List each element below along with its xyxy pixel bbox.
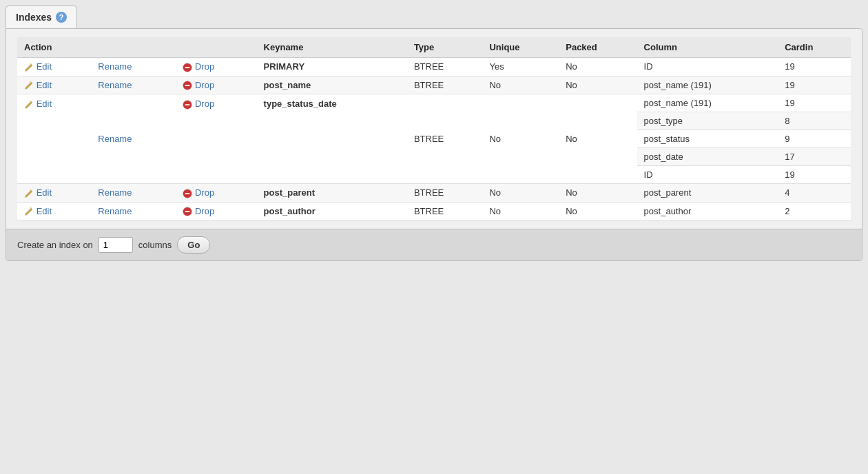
rename-link[interactable]: Rename: [98, 61, 132, 72]
edit-link[interactable]: Edit: [37, 206, 52, 216]
svg-rect-14: [185, 211, 190, 212]
drop-icon: [183, 63, 192, 72]
drop-link[interactable]: Drop: [195, 80, 214, 90]
col-packed: Packed: [559, 37, 637, 58]
rename-cell: Rename: [91, 94, 176, 184]
rename-cell: Rename: [91, 202, 176, 220]
type-cell: BTREE: [407, 58, 483, 76]
rename-link[interactable]: Rename: [98, 206, 132, 216]
cardinality-cell: 4: [778, 184, 851, 203]
drop-link[interactable]: Drop: [195, 187, 214, 198]
packed-cell: No: [559, 202, 637, 220]
column-cell: post_status: [637, 130, 778, 148]
packed-cell: No: [559, 94, 637, 184]
keyname-cell: post_parent: [257, 184, 407, 203]
drop-cell: Drop: [176, 58, 256, 76]
table-row: Edit Rename Drop post_name: [17, 76, 851, 94]
cardinality-cell: 8: [778, 112, 851, 130]
type-cell: BTREE: [407, 202, 483, 220]
edit-icon: [24, 100, 34, 110]
svg-rect-2: [185, 67, 190, 68]
rename-link[interactable]: Rename: [98, 134, 132, 144]
table-row: Edit Rename Drop post_parent: [17, 184, 851, 203]
drop-link[interactable]: Drop: [195, 99, 214, 109]
cardinality-cell: 17: [778, 148, 851, 166]
svg-rect-11: [185, 193, 190, 194]
drop-icon: [183, 81, 192, 90]
create-index-label: Create an index on: [17, 240, 93, 250]
columns-label: columns: [138, 240, 172, 250]
edit-link[interactable]: Edit: [37, 99, 52, 109]
tab-label: Indexes: [16, 12, 52, 23]
unique-cell: Yes: [482, 58, 559, 76]
type-cell: BTREE: [407, 76, 483, 94]
drop-icon: [183, 100, 192, 110]
type-cell: BTREE: [407, 94, 483, 184]
edit-link[interactable]: Edit: [37, 61, 52, 72]
drop-link[interactable]: Drop: [195, 206, 214, 216]
keyname-cell: post_name: [257, 76, 407, 94]
unique-cell: No: [482, 202, 559, 220]
drop-cell: Drop: [176, 94, 256, 184]
edit-link[interactable]: Edit: [37, 80, 52, 90]
column-cell: post_author: [637, 202, 778, 220]
column-cell: post_name (191): [637, 76, 778, 94]
packed-cell: No: [559, 76, 637, 94]
cardinality-cell: 19: [778, 58, 851, 76]
packed-cell: No: [559, 184, 637, 203]
unique-cell: No: [482, 76, 559, 94]
col-column: Column: [637, 37, 778, 58]
indexes-tab[interactable]: Indexes ?: [6, 6, 77, 28]
table-area: Action Keyname Type Unique Packed Column…: [6, 29, 862, 229]
help-icon[interactable]: ?: [56, 12, 67, 23]
rename-cell: Rename: [91, 76, 176, 94]
edit-icon: [24, 189, 34, 198]
type-cell: BTREE: [407, 184, 483, 203]
rename-cell: Rename: [91, 58, 176, 76]
table-header-row: Action Keyname Type Unique Packed Column…: [17, 37, 851, 58]
tab-container: Indexes ?: [6, 6, 862, 28]
column-cell: post_name (191): [637, 94, 778, 112]
drop-icon: [183, 189, 192, 198]
col-cardinality: Cardin: [778, 37, 851, 58]
packed-cell: No: [559, 58, 637, 76]
keyname-cell: post_author: [257, 202, 407, 220]
cardinality-cell: 19: [778, 166, 851, 184]
col-unique: Unique: [482, 37, 559, 58]
column-cell: post_type: [637, 112, 778, 130]
col-type: Type: [407, 37, 483, 58]
col-action: Action: [17, 37, 257, 58]
table-row: Edit Rename Drop post_author: [17, 202, 851, 220]
cardinality-cell: 19: [778, 76, 851, 94]
rename-link[interactable]: Rename: [98, 80, 132, 90]
column-cell: ID: [637, 58, 778, 76]
unique-cell: No: [482, 94, 559, 184]
rename-link[interactable]: Rename: [98, 187, 132, 198]
main-panel: Action Keyname Type Unique Packed Column…: [6, 28, 862, 261]
edit-icon: [24, 63, 34, 72]
drop-link[interactable]: Drop: [195, 61, 214, 72]
column-cell: post_date: [637, 148, 778, 166]
cardinality-cell: 19: [778, 94, 851, 112]
footer-bar: Create an index on columns Go: [6, 229, 862, 260]
edit-cell: Edit: [17, 94, 91, 184]
table-row: Edit Rename Drop PRIMARY: [17, 58, 851, 76]
edit-cell: Edit: [17, 76, 91, 94]
cardinality-cell: 9: [778, 130, 851, 148]
edit-cell: Edit: [17, 202, 91, 220]
keyname-cell: type_status_date: [257, 94, 407, 184]
columns-input[interactable]: [99, 237, 133, 253]
edit-icon: [24, 81, 34, 90]
column-cell: post_parent: [637, 184, 778, 203]
go-button[interactable]: Go: [177, 236, 210, 254]
column-cell: ID: [637, 166, 778, 184]
indexes-table: Action Keyname Type Unique Packed Column…: [17, 37, 851, 220]
edit-icon: [24, 207, 34, 216]
svg-rect-5: [185, 85, 190, 86]
svg-rect-8: [185, 104, 190, 105]
edit-link[interactable]: Edit: [37, 187, 52, 198]
col-keyname: Keyname: [257, 37, 407, 58]
drop-cell: Drop: [176, 202, 256, 220]
unique-cell: No: [482, 184, 559, 203]
page-wrapper: Indexes ? Action Keyname Type Unique Pac…: [0, 0, 868, 474]
